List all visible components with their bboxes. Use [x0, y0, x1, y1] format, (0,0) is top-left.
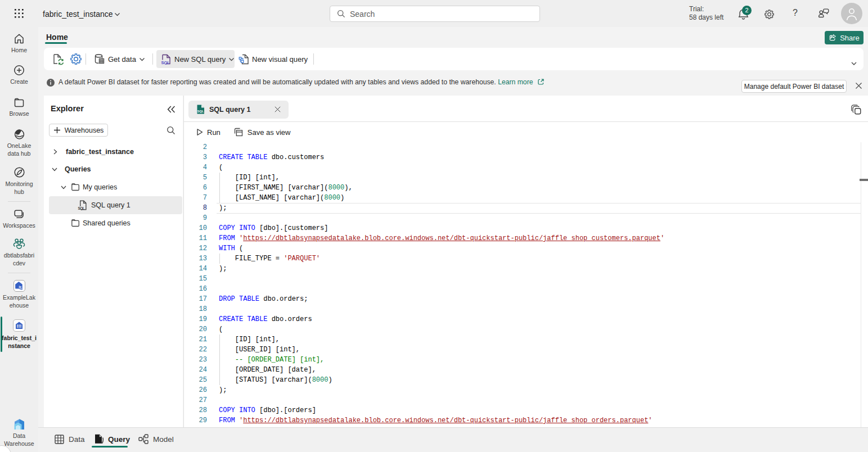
svg-text:SQL: SQL [197, 110, 204, 113]
svg-text:SQL: SQL [78, 206, 84, 210]
svg-text:SQL: SQL [161, 60, 170, 65]
